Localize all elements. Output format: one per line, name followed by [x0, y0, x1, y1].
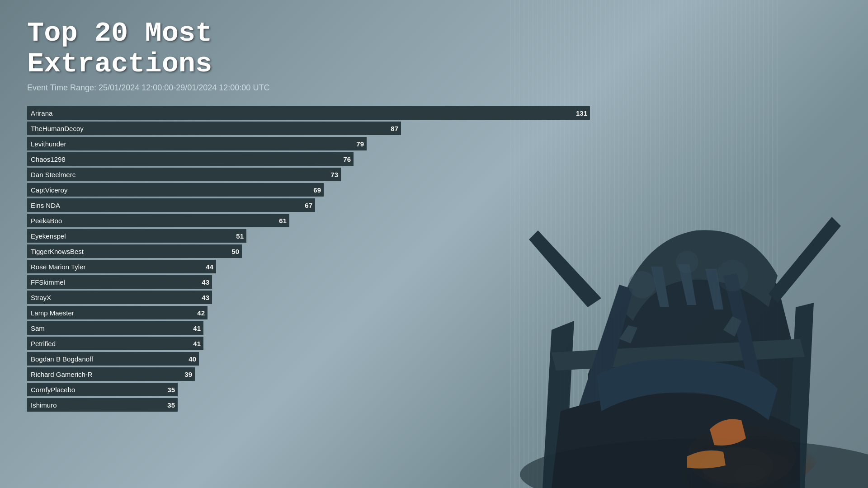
player-name: Chaos1298	[31, 155, 66, 163]
extraction-count: 41	[193, 324, 201, 332]
bar-wrapper: Lamp Maester42	[27, 306, 289, 319]
table-row: Eyekenspel51	[27, 229, 289, 243]
bar-wrapper: Levithunder79	[27, 137, 367, 150]
bar-fill: Arirana131	[27, 106, 590, 120]
extraction-count: 131	[576, 109, 587, 117]
bar-fill: Eyekenspel51	[27, 229, 246, 243]
svg-point-5	[676, 251, 698, 273]
page-title: Top 20 Most Extractions	[27, 18, 289, 80]
table-row: Bogdan B Bogdanoff40	[27, 352, 289, 366]
table-row: Lamp Maester42	[27, 306, 289, 319]
bar-fill: Bogdan B Bogdanoff40	[27, 352, 199, 366]
table-row: Rose Marion Tyler44	[27, 260, 289, 273]
bar-fill: StrayX43	[27, 291, 212, 304]
player-name: Ishimuro	[31, 401, 57, 409]
bar-fill: Petrified41	[27, 337, 203, 350]
bar-fill: Sam41	[27, 321, 203, 335]
bar-fill: TheHumanDecoy87	[27, 122, 401, 135]
bar-wrapper: Dan Steelmerc73	[27, 168, 341, 181]
bar-wrapper: PeekaBoo61	[27, 214, 289, 227]
wreckage-illustration	[461, 149, 868, 488]
extraction-count: 35	[167, 401, 175, 409]
bar-wrapper: Richard Gamerich-R39	[27, 367, 289, 381]
table-row: Arirana131	[27, 106, 289, 120]
bar-wrapper: TiggerKnowsBest50	[27, 244, 289, 258]
extraction-count: 43	[202, 294, 209, 301]
extraction-count: 35	[167, 386, 175, 394]
player-name: Sam	[31, 324, 45, 332]
event-time-range: Event Time Range: 25/01/2024 12:00:00-29…	[27, 83, 289, 93]
table-row: Chaos129876	[27, 152, 289, 166]
extraction-count: 61	[279, 217, 287, 225]
main-content: Top 20 Most Extractions Event Time Range…	[0, 0, 316, 432]
bar-wrapper: CaptViceroy69	[27, 183, 324, 197]
player-name: FFSkimmel	[31, 278, 65, 286]
extraction-count: 87	[391, 125, 398, 132]
table-row: Dan Steelmerc73	[27, 168, 289, 181]
table-row: StrayX43	[27, 291, 289, 304]
extraction-count: 67	[305, 202, 312, 209]
bar-fill: Richard Gamerich-R39	[27, 367, 195, 381]
table-row: TiggerKnowsBest50	[27, 244, 289, 258]
player-name: Richard Gamerich-R	[31, 371, 93, 378]
table-row: PeekaBoo61	[27, 214, 289, 227]
bar-fill: TiggerKnowsBest50	[27, 244, 242, 258]
table-row: CornfyPlacebo35	[27, 383, 289, 396]
extraction-count: 73	[330, 171, 338, 178]
player-name: CaptViceroy	[31, 186, 67, 194]
bar-fill: PeekaBoo61	[27, 214, 289, 227]
extraction-count: 41	[193, 340, 201, 347]
table-row: TheHumanDecoy87	[27, 122, 289, 135]
extraction-count: 39	[184, 371, 192, 378]
bar-fill: CornfyPlacebo35	[27, 383, 178, 396]
bar-wrapper: Arirana131	[27, 106, 590, 120]
bar-wrapper: FFSkimmel43	[27, 275, 289, 289]
player-name: Bogdan B Bogdanoff	[31, 355, 93, 363]
player-name: TiggerKnowsBest	[31, 248, 84, 255]
bar-wrapper: Chaos129876	[27, 152, 354, 166]
bar-wrapper: CornfyPlacebo35	[27, 383, 289, 396]
extraction-count: 79	[356, 140, 364, 148]
extraction-count: 40	[189, 355, 196, 363]
extraction-count: 43	[202, 278, 209, 286]
player-name: Dan Steelmerc	[31, 171, 75, 178]
bar-wrapper: Petrified41	[27, 337, 289, 350]
bar-chart: Arirana131TheHumanDecoy87Levithunder79Ch…	[27, 106, 289, 412]
table-row: CaptViceroy69	[27, 183, 289, 197]
player-name: Arirana	[31, 109, 52, 117]
bar-wrapper: Rose Marion Tyler44	[27, 260, 289, 273]
bar-fill: Rose Marion Tyler44	[27, 260, 216, 273]
bar-fill: Eins NDA67	[27, 198, 315, 212]
bar-fill: Lamp Maester42	[27, 306, 208, 319]
bar-fill: Chaos129876	[27, 152, 354, 166]
extraction-count: 69	[313, 186, 321, 194]
player-name: Eins NDA	[31, 202, 60, 209]
bar-fill: Levithunder79	[27, 137, 367, 150]
player-name: Lamp Maester	[31, 309, 74, 317]
bar-wrapper: Bogdan B Bogdanoff40	[27, 352, 289, 366]
player-name: Eyekenspel	[31, 232, 66, 240]
svg-point-6	[717, 260, 748, 291]
player-name: Petrified	[31, 340, 56, 347]
player-name: TheHumanDecoy	[31, 125, 84, 132]
player-name: CornfyPlacebo	[31, 386, 75, 394]
svg-point-4	[628, 271, 656, 298]
bar-wrapper: Eins NDA67	[27, 198, 315, 212]
table-row: FFSkimmel43	[27, 275, 289, 289]
extraction-count: 51	[236, 232, 244, 240]
extraction-count: 76	[343, 155, 351, 163]
bar-wrapper: Ishimuro35	[27, 398, 289, 412]
player-name: StrayX	[31, 294, 51, 301]
bar-fill: Dan Steelmerc73	[27, 168, 341, 181]
bar-fill: Ishimuro35	[27, 398, 178, 412]
table-row: Ishimuro35	[27, 398, 289, 412]
table-row: Richard Gamerich-R39	[27, 367, 289, 381]
bar-wrapper: Sam41	[27, 321, 289, 335]
extraction-count: 50	[231, 248, 239, 255]
player-name: PeekaBoo	[31, 217, 62, 225]
bar-wrapper: TheHumanDecoy87	[27, 122, 401, 135]
table-row: Sam41	[27, 321, 289, 335]
bar-wrapper: Eyekenspel51	[27, 229, 289, 243]
table-row: Petrified41	[27, 337, 289, 350]
extraction-count: 44	[206, 263, 213, 271]
